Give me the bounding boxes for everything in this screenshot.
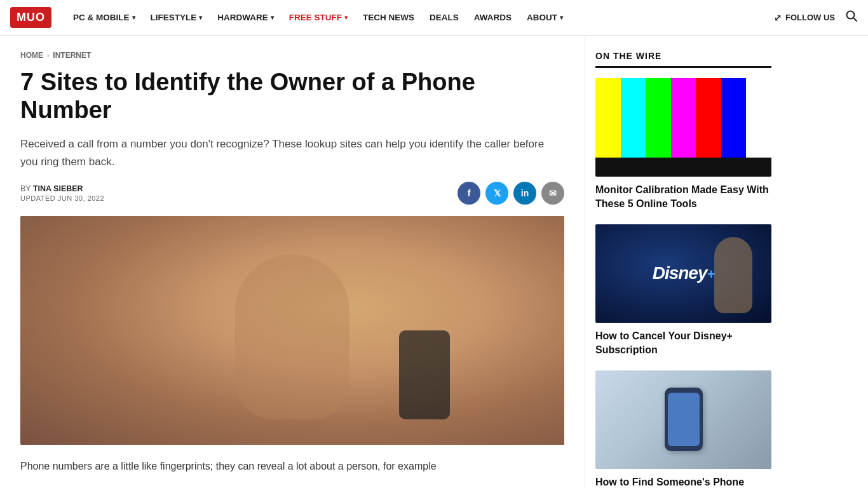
search-icon: [845, 10, 858, 22]
nav-free-stuff[interactable]: FREE STUFF ▾: [283, 9, 354, 26]
share-twitter-button[interactable]: 𝕏: [485, 182, 508, 205]
nav-pc-mobile[interactable]: PC & MOBILE ▾: [67, 9, 142, 26]
sidebar-section-title: ON THE WIRE: [595, 51, 771, 68]
chevron-down-icon: ▾: [271, 14, 274, 21]
breadcrumb-section[interactable]: INTERNET: [53, 51, 91, 60]
sidebar: ON THE WIRE Monitor Calibration Made Eas…: [585, 36, 782, 488]
main-content: HOME › INTERNET 7 Sites to Identify the …: [0, 36, 585, 488]
article-body-text: Phone numbers are a little like fingerpr…: [20, 458, 564, 475]
wire-item-3-title[interactable]: How to Find Someone's Phone Number: [595, 475, 771, 488]
chevron-down-icon: ▾: [132, 14, 135, 21]
phone-screen: [668, 393, 700, 446]
author-prefix: BY: [20, 184, 31, 193]
share-email-button[interactable]: ✉: [541, 182, 564, 205]
article-hero-image: [20, 216, 564, 445]
share-icon: ⤢: [774, 13, 782, 23]
share-facebook-button[interactable]: f: [458, 182, 480, 205]
nav-deals[interactable]: DEALS: [423, 9, 465, 26]
article-author[interactable]: TINA SIEBER: [33, 184, 83, 193]
wire-item-2-image[interactable]: Disney+: [595, 224, 771, 323]
wire-item-1-image[interactable]: [595, 78, 771, 177]
breadcrumb-home[interactable]: HOME: [20, 51, 43, 60]
chevron-down-icon: ▾: [344, 14, 348, 21]
search-button[interactable]: [845, 10, 858, 25]
article-subtitle: Received a call from a number you don't …: [20, 135, 564, 170]
header-right: ⤢ FOLLOW US: [774, 10, 858, 25]
disney-plus-image: Disney+: [595, 224, 771, 323]
breadcrumb-separator: ›: [47, 52, 49, 59]
main-nav: PC & MOBILE ▾ LIFESTYLE ▾ HARDWARE ▾ FRE…: [67, 9, 774, 26]
article-title: 7 Sites to Identify the Owner of a Phone…: [20, 69, 564, 124]
wire-item-2: Disney+ How to Cancel Your Disney+ Subsc…: [595, 224, 771, 358]
chevron-down-icon: ▾: [560, 14, 563, 21]
nav-lifestyle[interactable]: LIFESTYLE ▾: [144, 9, 209, 26]
wire-item-3-image[interactable]: [595, 370, 771, 469]
wire-item-2-title[interactable]: How to Cancel Your Disney+ Subscription: [595, 329, 771, 358]
social-share-buttons: f 𝕏 in ✉: [458, 182, 564, 205]
svg-line-1: [853, 18, 857, 21]
wire-item-1: Monitor Calibration Made Easy With These…: [595, 78, 771, 212]
meta-row: BY TINA SIEBER UPDATED JUN 30, 2022 f 𝕏 …: [20, 182, 564, 205]
logo[interactable]: MUO: [10, 7, 51, 28]
person-silhouette: [714, 237, 752, 313]
page-wrapper: HOME › INTERNET 7 Sites to Identify the …: [0, 36, 868, 488]
breadcrumb: HOME › INTERNET: [20, 51, 564, 60]
monitor-bottom-bar: [595, 158, 771, 177]
nav-about[interactable]: ABOUT ▾: [520, 9, 569, 26]
phone-visual: [665, 388, 703, 451]
wire-item-1-title[interactable]: Monitor Calibration Made Easy With These…: [595, 183, 771, 212]
site-header: MUO PC & MOBILE ▾ LIFESTYLE ▾ HARDWARE ▾…: [0, 0, 868, 36]
article-image-inner: [20, 216, 564, 445]
phone-tech-image: [595, 370, 771, 469]
article-meta: BY TINA SIEBER UPDATED JUN 30, 2022: [20, 184, 104, 202]
nav-tech-news[interactable]: TECH NEWS: [356, 9, 421, 26]
follow-us-button[interactable]: ⤢ FOLLOW US: [774, 13, 835, 23]
article-date: UPDATED JUN 30, 2022: [20, 194, 104, 202]
wire-item-3: How to Find Someone's Phone Number: [595, 370, 771, 488]
disney-logo: Disney+: [653, 263, 715, 283]
share-linkedin-button[interactable]: in: [513, 182, 536, 205]
chevron-down-icon: ▾: [199, 14, 202, 21]
nav-hardware[interactable]: HARDWARE ▾: [211, 9, 280, 26]
nav-awards[interactable]: AWARDS: [468, 9, 518, 26]
